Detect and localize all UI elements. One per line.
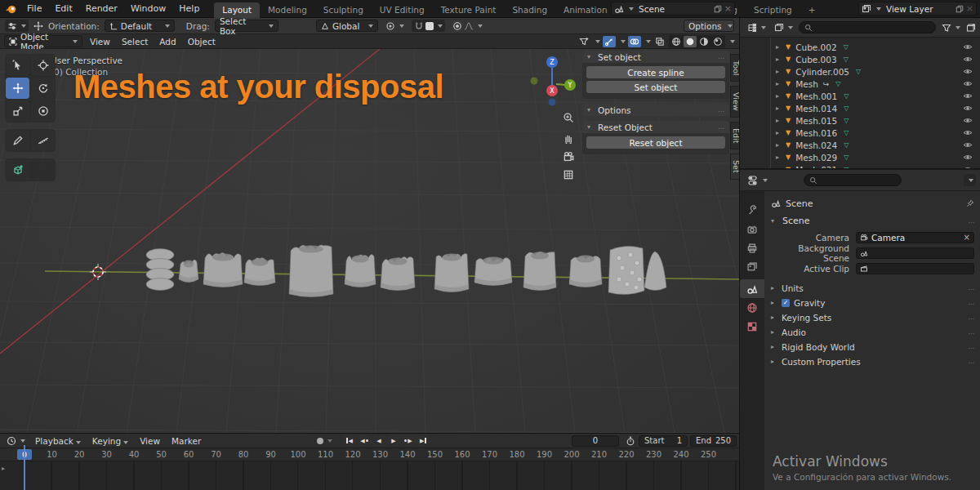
eye-visible-icon[interactable] [963, 43, 973, 51]
eye-visible-icon[interactable] [963, 141, 973, 149]
timeline-menu-keying[interactable]: Keying [87, 436, 134, 446]
expand-closed-icon[interactable]: ▸ [776, 117, 782, 124]
workspace-tab-modeling[interactable]: Modeling [260, 2, 315, 18]
object-name[interactable]: Mesh.001 [794, 91, 837, 101]
outliner-row[interactable]: ▸▼Cube.002▽ [740, 41, 980, 53]
expand-closed-icon[interactable]: ▸ [776, 92, 782, 100]
eye-visible-icon[interactable] [963, 56, 973, 63]
jump-to-start-button[interactable]: ◀ [343, 435, 356, 446]
properties-editor-type[interactable] [745, 174, 770, 186]
sidebar-tab-tool[interactable]: Tool [730, 54, 739, 82]
shading-wireframe-button[interactable] [670, 36, 683, 47]
drag-dots-icon[interactable]: ... [968, 314, 974, 321]
object-name[interactable]: Mesh.015 [794, 116, 837, 126]
expand-closed-icon[interactable]: ▸ [776, 80, 782, 87]
tool-add-cube[interactable] [6, 159, 29, 180]
drag-dots-icon[interactable]: ... [968, 284, 974, 292]
current-frame-field[interactable]: 0 [572, 435, 619, 447]
timeline-ruler[interactable]: 0102030405060708090100110120130140150160… [0, 448, 739, 461]
visibility-filter-button[interactable] [577, 36, 590, 47]
expand-closed-icon[interactable]: ▸ [776, 105, 782, 112]
clear-icon[interactable]: × [964, 233, 970, 242]
tool-scale[interactable] [6, 100, 29, 122]
timeline-menu-playback[interactable]: Playback [29, 436, 87, 446]
checkbox-checked[interactable]: ✓ [782, 299, 790, 307]
create-spline-button[interactable]: Create spline [586, 66, 725, 78]
outliner-row[interactable]: ▸▼Cylinder.005▽ [740, 65, 980, 78]
scene-name[interactable]: Scene [636, 4, 711, 14]
outliner-row[interactable]: ▸▼Mesh.016▽ [740, 127, 980, 139]
outliner-row[interactable]: ▸▼Mesh.015▽ [740, 114, 980, 127]
scene-panel-header[interactable]: ▾ Scene ... [771, 214, 974, 228]
eye-visible-icon[interactable] [963, 154, 973, 161]
timeline-tracks[interactable] [0, 461, 739, 490]
snap-button-group[interactable] [412, 20, 445, 32]
background-scene-field[interactable] [856, 247, 974, 259]
drag-dropdown[interactable]: Select Box [215, 20, 278, 32]
outliner-search-input[interactable] [799, 21, 936, 33]
properties-tab-scene[interactable] [740, 279, 764, 298]
tool-measure[interactable] [31, 130, 55, 151]
hand-button[interactable] [561, 131, 576, 145]
properties-tab-texture[interactable] [740, 317, 764, 336]
pin-icon[interactable] [966, 199, 974, 207]
viewport-menu-object[interactable]: Object [182, 37, 221, 47]
object-name[interactable]: Cube.003 [794, 55, 837, 65]
panel-header[interactable]: ▾Set object... [582, 51, 729, 63]
xray-button[interactable] [653, 36, 666, 47]
expand-closed-icon[interactable]: ▸ [776, 68, 782, 75]
outliner-filter-button[interactable] [939, 21, 963, 33]
drag-dots-icon[interactable]: ... [968, 217, 974, 225]
eye-visible-icon[interactable] [963, 80, 973, 87]
copy-icon[interactable] [956, 5, 964, 13]
expand-closed-icon[interactable]: ▸ [776, 129, 782, 136]
tool-rotate[interactable] [31, 78, 55, 99]
workspace-tab-scripting[interactable]: Scripting [746, 2, 800, 18]
viewport-menu-select[interactable]: Select [116, 37, 154, 47]
play-reverse-button[interactable]: ◀ [372, 435, 385, 446]
pivot-point-button[interactable] [383, 20, 407, 32]
expand-closed-icon[interactable]: ▸ [776, 141, 782, 149]
grid-ortho-button[interactable] [561, 167, 576, 182]
drag-dots-icon[interactable]: ... [718, 106, 724, 114]
panel-header[interactable]: ▾Reset Object... [582, 121, 729, 133]
3d-viewport[interactable]: User Perspective (0) Collection Meshes a… [0, 49, 739, 433]
shading-solid-button[interactable] [684, 36, 697, 47]
playhead[interactable] [24, 445, 25, 490]
outliner-display-mode[interactable] [745, 21, 768, 33]
expand-closed-icon[interactable]: ▸ [776, 154, 782, 161]
drag-dots-icon[interactable]: ... [968, 328, 974, 336]
workspace-tab-animation[interactable]: Animation [555, 2, 616, 18]
expand-closed-icon[interactable]: ▸ [776, 43, 782, 51]
next-keyframe-button[interactable]: ▶ [402, 435, 415, 446]
axis-gizmo[interactable]: ZYX [527, 51, 577, 109]
object-name[interactable]: Mesh.024 [794, 140, 837, 150]
outliner-row[interactable]: ▸▼Mesh.014▽ [740, 102, 980, 114]
copy-icon[interactable] [714, 5, 722, 13]
properties-tab-world[interactable] [740, 298, 764, 317]
topbar-menu-file[interactable]: File [20, 3, 48, 14]
options-button[interactable]: Options [684, 20, 734, 32]
workspace-tab-sculpting[interactable]: Sculpting [315, 2, 372, 18]
end-frame-field[interactable]: End250 [690, 435, 737, 447]
panel-header[interactable]: ▾Options... [582, 104, 729, 116]
object-name[interactable]: Cylinder.005 [794, 67, 849, 77]
properties-options-button[interactable] [964, 174, 976, 186]
section-keying-sets[interactable]: ▸Keying Sets... [771, 310, 974, 324]
eye-visible-icon[interactable] [963, 92, 973, 100]
section-gravity[interactable]: ▸✓Gravity... [771, 296, 974, 310]
prev-keyframe-button[interactable]: ◀ [358, 435, 371, 446]
section-rigid-body-world[interactable]: ▸Rigid Body World... [771, 340, 974, 354]
breadcrumb-label[interactable]: Scene [786, 198, 813, 209]
topbar-menu-help[interactable]: Help [172, 3, 206, 14]
jump-to-end-button[interactable]: ▶ [416, 435, 430, 446]
drag-dots-icon[interactable]: ... [968, 358, 974, 365]
workspace-tab-texture-paint[interactable]: Texture Paint [433, 2, 505, 18]
transform-orientation-dropdown[interactable]: Global [316, 20, 378, 32]
outliner-row[interactable]: ▸▼Mesh.029▽ [740, 151, 980, 163]
auto-key-button[interactable] [317, 438, 332, 444]
outliner-row[interactable]: ▸▼Cube.003▽ [740, 53, 980, 65]
shading-rendered-button[interactable] [711, 36, 724, 47]
outliner-row[interactable]: ▸▼Mesh.001▽ [740, 90, 980, 102]
drag-dots-icon[interactable]: ... [718, 123, 724, 131]
